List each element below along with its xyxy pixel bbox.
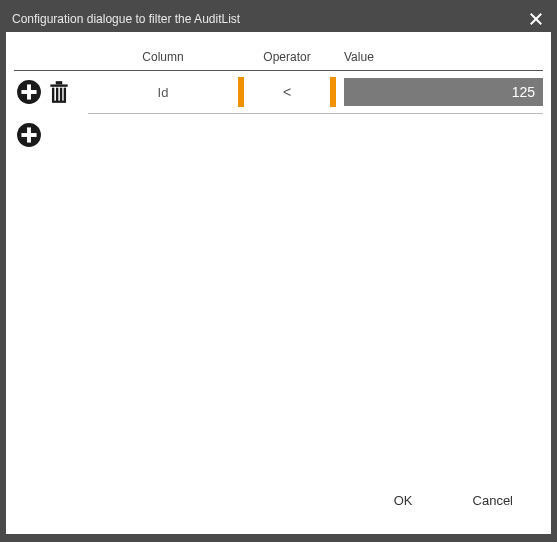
add-row	[14, 114, 543, 156]
svg-rect-4	[21, 90, 36, 94]
svg-rect-11	[52, 101, 66, 103]
add-condition-button[interactable]	[14, 77, 44, 107]
column-cell[interactable]: Id	[88, 85, 238, 100]
dialog-title: Configuration dialogue to filter the Aud…	[12, 12, 240, 26]
content-fill	[14, 156, 543, 479]
trash-icon	[46, 79, 72, 105]
footer: OK Cancel	[14, 479, 543, 526]
value-input[interactable]	[344, 78, 543, 106]
header-value: Value	[336, 50, 543, 64]
column-headers: Column Operator Value	[14, 50, 543, 71]
value-cell	[336, 78, 543, 106]
ok-button[interactable]: OK	[394, 493, 413, 508]
filter-row: Id <	[14, 71, 543, 113]
plus-circle-icon	[16, 122, 42, 148]
cancel-button[interactable]: Cancel	[473, 493, 513, 508]
titlebar: Configuration dialogue to filter the Aud…	[6, 6, 551, 32]
svg-rect-8	[56, 88, 58, 102]
dialog-panel: Column Operator Value Id <	[6, 32, 551, 534]
add-row-button[interactable]	[14, 120, 44, 150]
header-column: Column	[88, 50, 238, 64]
svg-rect-6	[56, 81, 63, 84]
operator-cell[interactable]: <	[244, 84, 330, 100]
close-icon	[527, 10, 545, 28]
plus-circle-icon	[16, 79, 42, 105]
svg-rect-5	[50, 84, 67, 86]
close-button[interactable]	[527, 10, 545, 28]
svg-rect-9	[60, 88, 62, 102]
header-operator: Operator	[238, 50, 336, 64]
svg-rect-7	[52, 88, 54, 102]
delete-condition-button[interactable]	[44, 77, 74, 107]
svg-rect-14	[21, 133, 36, 137]
svg-rect-10	[64, 88, 66, 102]
